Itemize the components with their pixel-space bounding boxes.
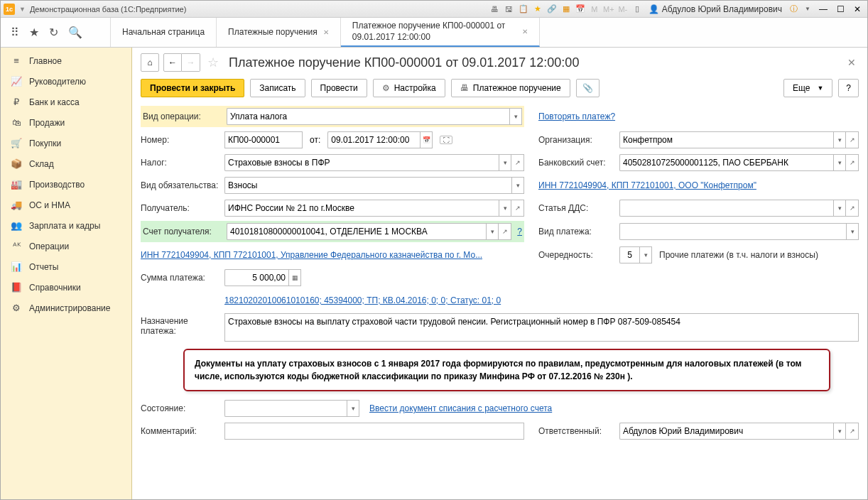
tab-start[interactable]: Начальная страница (111, 18, 217, 47)
m-minus-icon[interactable]: M (589, 4, 600, 15)
sidebar-item-reports[interactable]: 📊Отчеты (1, 256, 131, 277)
tab-payment-order-current[interactable]: Платежное поручение КП00-000001 от 09.01… (341, 18, 540, 47)
inn-kpp-link[interactable]: ИНН 7721049904, КПП 772101001, ООО "Конф… (538, 180, 756, 190)
sidebar-item-main[interactable]: ≡Главное (1, 50, 131, 71)
calendar-icon[interactable]: 📅 (575, 4, 586, 15)
dropdown-button[interactable]: ▾ (499, 154, 511, 171)
close-doc-button[interactable]: ✕ (845, 54, 859, 71)
dropdown-button[interactable]: ▾ (347, 400, 359, 417)
open-button[interactable]: ↗ (846, 200, 859, 217)
rec-acc-input[interactable] (227, 223, 486, 240)
calendar-button[interactable]: 📅 (420, 131, 433, 148)
dropdown-button[interactable]: ▾ (639, 246, 652, 263)
amount-input[interactable] (224, 269, 288, 286)
state-input[interactable] (224, 400, 347, 417)
amount-label: Сумма платежа: (141, 273, 222, 283)
tab-payment-orders[interactable]: Платежные поручения✕ (217, 18, 341, 47)
date-input[interactable] (327, 131, 420, 148)
dds-input[interactable] (619, 200, 833, 217)
print-button[interactable]: 🖶Платежное поручение (451, 79, 570, 97)
apps-icon[interactable]: ⠿ (11, 26, 19, 39)
sidebar-item-admin[interactable]: ⚙Администрирование (1, 298, 131, 318)
attachments-button[interactable]: 📎 (576, 79, 600, 97)
sidebar-item-catalogs[interactable]: 📕Справочники (1, 277, 131, 298)
sidebar-item-manager[interactable]: 📈Руководителю (1, 71, 131, 92)
dropdown-button[interactable]: ▾ (511, 177, 524, 194)
close-icon[interactable]: ✕ (522, 28, 528, 36)
sidebar-item-salary[interactable]: 👥Зарплата и кадры (1, 215, 131, 236)
sidebar-item-bank[interactable]: ₽Банк и касса (1, 92, 131, 112)
dropdown-button[interactable]: ▾ (486, 223, 499, 240)
recipient-input[interactable] (224, 200, 499, 217)
expand-button[interactable]: ⛶ (440, 136, 452, 144)
dropdown-button[interactable]: ▾ (509, 108, 522, 125)
info-dropdown-icon[interactable]: ▼ (802, 4, 813, 15)
settings-button[interactable]: ⚙Настройка (373, 79, 445, 97)
panel-icon[interactable]: ▯ (631, 4, 643, 15)
dropdown-button[interactable]: ▾ (833, 200, 846, 217)
dropdown-button[interactable]: ▾ (846, 223, 859, 240)
sidebar-item-purchases[interactable]: 🛒Покупки (1, 133, 131, 153)
post-button[interactable]: Провести (311, 79, 367, 97)
clipboard-icon[interactable]: 📋 (518, 4, 529, 15)
sidebar-item-warehouse[interactable]: 📦Склад (1, 153, 131, 174)
print-icon[interactable]: 🖶 (489, 4, 501, 15)
m-plus-icon[interactable]: M+ (603, 4, 614, 15)
dropdown-button[interactable]: ▾ (833, 154, 846, 171)
calc-icon[interactable]: ▦ (560, 4, 572, 15)
search-icon[interactable]: 🔍 (68, 26, 82, 39)
calc-button[interactable]: ▦ (288, 269, 301, 286)
treasury-link[interactable]: ИНН 7721049904, КПП 772101001, Управлени… (141, 250, 482, 260)
star-icon[interactable]: ★ (532, 4, 543, 15)
open-button[interactable]: ↗ (511, 200, 524, 217)
open-button[interactable]: ↗ (511, 154, 524, 171)
number-input[interactable] (224, 131, 303, 148)
user-badge[interactable]: 👤 Абдулов Юрий Владимирович (646, 4, 785, 14)
save-button[interactable]: Записать (250, 79, 305, 97)
writeoff-link[interactable]: Ввести документ списания с расчетного сч… (369, 403, 552, 413)
forward-button[interactable]: → (182, 53, 200, 72)
more-button[interactable]: Еще▼ (783, 79, 832, 97)
favorite-icon[interactable]: ★ (29, 26, 39, 39)
help-button[interactable]: ? (838, 79, 859, 97)
down-icon[interactable]: ▼ (19, 6, 26, 13)
close-window-icon[interactable]: ✕ (850, 4, 864, 15)
open-button[interactable]: ↗ (499, 223, 511, 240)
info-icon[interactable]: ⓘ (788, 4, 799, 15)
maximize-icon[interactable]: ☐ (833, 4, 847, 15)
open-button[interactable]: ↗ (846, 423, 859, 440)
dropdown-button[interactable]: ▾ (833, 423, 846, 440)
dropdown-button[interactable]: ▾ (833, 131, 846, 148)
close-icon[interactable]: ✕ (323, 28, 329, 36)
op-type-input[interactable] (227, 108, 509, 125)
link-icon[interactable]: 🔗 (546, 4, 558, 15)
open-button[interactable]: ↗ (846, 131, 859, 148)
back-button[interactable]: ← (163, 53, 182, 72)
pay-type-input[interactable] (619, 223, 846, 240)
tax-input[interactable] (224, 154, 499, 171)
post-and-close-button[interactable]: Провести и закрыть (141, 79, 244, 97)
sidebar-item-assets[interactable]: 🚚ОС и НМА (1, 195, 131, 215)
purpose-textarea[interactable]: Страховые взносы на выплату страховой ча… (224, 313, 859, 342)
sidebar-item-sales[interactable]: 🛍Продажи (1, 112, 131, 133)
history-icon[interactable]: ↻ (49, 26, 58, 39)
help-link[interactable]: ? (517, 227, 522, 237)
repeat-payment-link[interactable]: Повторять платеж? (538, 112, 615, 121)
m-minus2-icon[interactable]: M- (617, 4, 629, 15)
favorite-doc-icon[interactable]: ☆ (207, 55, 219, 70)
org-input[interactable] (619, 131, 833, 148)
home-button[interactable]: ⌂ (141, 53, 159, 72)
save-disk-icon[interactable]: 🖫 (504, 4, 515, 15)
open-button[interactable]: ↗ (846, 154, 859, 171)
responsible-input[interactable] (619, 423, 833, 440)
comment-input[interactable] (224, 423, 524, 440)
sidebar-item-label: Руководителю (29, 77, 86, 87)
bank-acc-input[interactable] (619, 154, 833, 171)
obl-type-input[interactable] (224, 177, 511, 194)
sidebar-item-production[interactable]: 🏭Производство (1, 174, 131, 195)
kbk-link[interactable]: 18210202010061010160; 45394000; ТП; КВ.0… (224, 295, 501, 305)
priority-input[interactable] (619, 246, 639, 263)
sidebar-item-operations[interactable]: ᴬᴷОперации (1, 236, 131, 256)
minimize-icon[interactable]: — (816, 4, 830, 15)
dropdown-button[interactable]: ▾ (499, 200, 511, 217)
